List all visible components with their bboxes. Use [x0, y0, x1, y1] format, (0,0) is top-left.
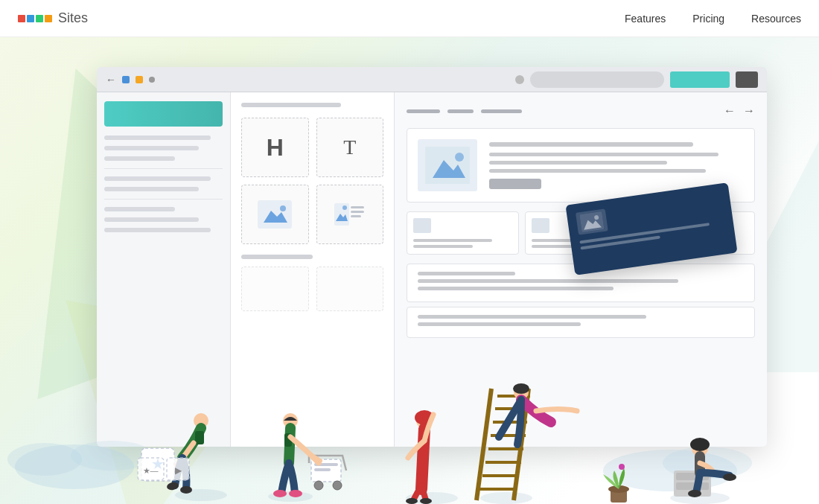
tab-dot-blue [122, 76, 130, 83]
nav-links: Features Pricing Resources [625, 13, 801, 25]
svg-point-43 [289, 490, 302, 497]
svg-point-39 [333, 481, 342, 490]
nav-pricing[interactable]: Pricing [692, 13, 724, 25]
wide-card-1-text [418, 279, 678, 283]
svg-point-38 [314, 481, 323, 490]
brand: Sites [18, 10, 88, 26]
floating-card-image [576, 208, 608, 235]
image-text-icon [333, 200, 367, 229]
svg-rect-12 [579, 211, 604, 232]
tab-dot-gray [149, 77, 155, 83]
nav-line-1 [407, 109, 440, 113]
svg-point-28 [180, 486, 192, 494]
sidebar-top-button[interactable] [104, 101, 223, 127]
svg-rect-8 [351, 215, 361, 217]
preview-arrow-left[interactable]: ← [724, 104, 736, 118]
blocks-label-2 [241, 255, 313, 259]
hero-cta-button[interactable] [489, 179, 541, 189]
hero-text-line-2 [489, 161, 667, 165]
svg-rect-3 [334, 203, 349, 226]
sidebar-line-1 [104, 135, 211, 140]
blocks-grid-2 [241, 267, 383, 311]
svg-rect-6 [351, 206, 364, 208]
hero-text-line-3 [489, 169, 706, 173]
brand-name: Sites [58, 10, 88, 26]
nav-features[interactable]: Features [625, 13, 666, 25]
hero-section: ← [0, 37, 819, 504]
svg-point-66 [688, 490, 701, 497]
block-extra-2[interactable] [316, 267, 384, 311]
sidebar-line-6 [104, 207, 175, 211]
grid-card-1-text [413, 245, 473, 248]
grid-card-1-title [413, 239, 492, 242]
svg-text:★—: ★— [143, 466, 159, 475]
sidebar-line-8 [104, 228, 211, 232]
preview-nav-lines [407, 109, 522, 113]
sidebar-divider-2 [104, 199, 223, 200]
block-image-text[interactable] [316, 185, 384, 244]
floating-card-mountain [579, 211, 604, 232]
preview-hero-image [418, 139, 477, 191]
nav-line-3 [481, 109, 522, 113]
preview-header: ← → [407, 104, 755, 118]
svg-point-23 [480, 492, 532, 504]
browser-urlbar[interactable] [530, 71, 664, 88]
browser-back-button[interactable]: ← [106, 74, 116, 86]
nav-resources[interactable]: Resources [751, 13, 801, 25]
svg-point-46 [406, 498, 418, 504]
svg-point-42 [273, 490, 287, 497]
sidebar-line-5 [104, 187, 199, 191]
wide-card-2-text [418, 315, 646, 319]
wide-card-2-text-2 [418, 322, 581, 326]
grid-card-2-img [532, 218, 549, 233]
hero-illustration: ★ ★— ▶ [0, 340, 819, 504]
sidebar-line-3 [104, 156, 175, 161]
block-image[interactable] [241, 185, 309, 244]
svg-point-5 [342, 205, 347, 210]
blocks-grid: H T [241, 118, 383, 244]
block-extra-1[interactable] [241, 267, 309, 311]
browser-teal-button[interactable] [670, 71, 730, 88]
blocks-label [241, 103, 341, 107]
preview-hero-content [489, 142, 744, 189]
sidebar-line-2 [104, 146, 199, 150]
svg-rect-7 [351, 211, 364, 213]
svg-text:▶: ▶ [175, 465, 182, 476]
svg-line-48 [477, 389, 491, 500]
zoho-logo [18, 15, 52, 22]
svg-rect-62 [676, 482, 709, 490]
preview-arrow-right[interactable]: → [743, 104, 755, 118]
svg-point-64 [690, 438, 710, 451]
browser-menu-dot [515, 75, 524, 84]
svg-point-2 [280, 205, 286, 211]
image-icon [258, 200, 292, 229]
sidebar-line-4 [104, 176, 211, 181]
svg-rect-37 [314, 468, 331, 471]
wide-card-1-text-2 [418, 287, 614, 290]
preview-wide-card-2 [407, 307, 755, 338]
block-heading[interactable]: H [241, 118, 309, 177]
nav-line-2 [447, 109, 474, 113]
wide-card-1-title [418, 272, 515, 275]
block-text-letter: T [343, 135, 356, 159]
svg-point-16 [7, 443, 82, 476]
preview-grid-card-1 [407, 211, 519, 255]
block-heading-letter: H [267, 134, 284, 162]
grid-card-1-img [413, 218, 431, 233]
svg-point-65 [723, 473, 736, 481]
browser-dark-button[interactable] [736, 71, 758, 88]
sidebar-line-7 [104, 217, 199, 222]
svg-point-47 [420, 498, 432, 504]
hero-text-line-1 [489, 153, 718, 156]
svg-point-11 [455, 153, 464, 162]
hero-title-line [489, 142, 693, 147]
svg-point-69 [619, 464, 625, 470]
browser-topbar: ← [97, 67, 767, 92]
svg-rect-26 [195, 431, 204, 444]
navbar: Sites Features Pricing Resources [0, 0, 819, 37]
svg-point-59 [513, 383, 529, 394]
preview-hero-mountain [425, 147, 470, 184]
tab-dot-yellow [136, 76, 143, 83]
sidebar-divider-1 [104, 168, 223, 169]
block-text[interactable]: T [316, 118, 384, 177]
